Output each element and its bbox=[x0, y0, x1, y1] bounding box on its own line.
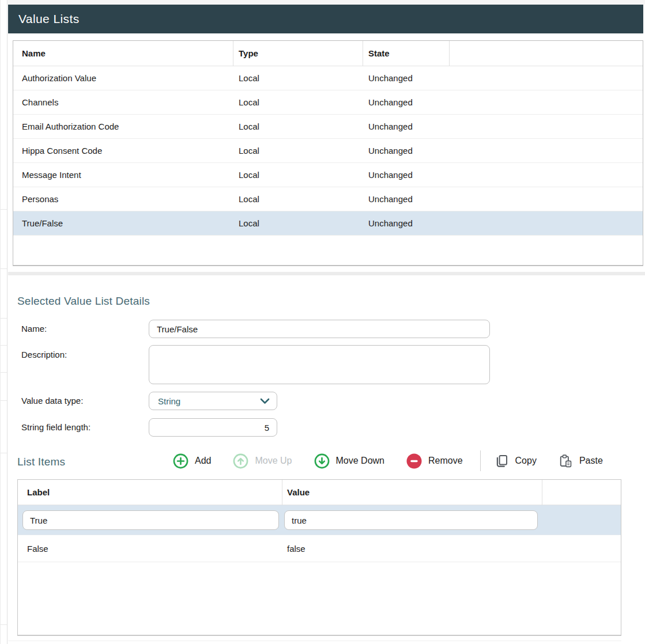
left-gutter-line bbox=[7, 0, 7, 644]
left-gutter-tick bbox=[0, 345, 7, 346]
value-list-row[interactable]: Message Intent Local Unchanged bbox=[13, 163, 643, 187]
list-items-toolbar: Add Move Up Move Down Remove Copy bbox=[173, 449, 625, 472]
toolbar-divider bbox=[480, 450, 481, 471]
cell-name: Authorization Value bbox=[13, 73, 239, 83]
move-up-icon bbox=[233, 453, 248, 469]
column-separator bbox=[363, 41, 363, 66]
cell-type: Local bbox=[239, 194, 368, 204]
name-field[interactable] bbox=[149, 320, 490, 338]
section-divider bbox=[8, 272, 645, 275]
column-header-type: Type bbox=[239, 48, 368, 58]
list-item-label-field[interactable] bbox=[22, 510, 279, 530]
list-item-row-selected[interactable] bbox=[18, 505, 621, 535]
add-icon bbox=[173, 453, 188, 469]
description-label: Description: bbox=[21, 350, 67, 359]
add-button[interactable]: Add bbox=[173, 453, 211, 469]
copy-button-label: Copy bbox=[515, 456, 537, 466]
value-lists-table-body: Authorization Value Local Unchanged Chan… bbox=[13, 66, 643, 236]
value-list-row[interactable]: Email Authorization Code Local Unchanged bbox=[13, 115, 643, 139]
cell-name: True/False bbox=[13, 218, 239, 228]
left-gutter-tick bbox=[0, 318, 7, 319]
list-items-table: Label Value False false bbox=[17, 479, 621, 636]
left-gutter-line bbox=[0, 0, 1, 644]
value-data-type-select[interactable]: String bbox=[149, 392, 277, 410]
panel-title-bar: Value Lists bbox=[8, 5, 643, 33]
column-separator bbox=[282, 480, 282, 505]
value-list-row[interactable]: Channels Local Unchanged bbox=[13, 90, 643, 115]
cell-value: false bbox=[282, 544, 542, 554]
cell-state: Unchanged bbox=[368, 146, 643, 156]
cell-state: Unchanged bbox=[368, 218, 643, 228]
name-label: Name: bbox=[21, 324, 47, 334]
cell-type: Local bbox=[239, 122, 368, 131]
cell-name: Email Authorization Code bbox=[13, 122, 239, 131]
list-items-table-header: Label Value bbox=[18, 480, 621, 505]
cell-name: Hippa Consent Code bbox=[13, 146, 239, 156]
list-items-table-body: False false bbox=[18, 505, 621, 562]
description-field[interactable] bbox=[149, 345, 490, 384]
value-list-row[interactable]: Authorization Value Local Unchanged bbox=[13, 66, 643, 90]
paste-button[interactable]: Paste bbox=[559, 454, 603, 468]
string-field-length-label: String field length: bbox=[21, 422, 90, 432]
string-field-length-field[interactable] bbox=[149, 418, 277, 437]
cell-type: Local bbox=[239, 146, 368, 156]
column-separator bbox=[449, 41, 450, 66]
remove-button-label: Remove bbox=[428, 456, 463, 466]
column-header-name: Name bbox=[13, 48, 239, 58]
paste-button-label: Paste bbox=[579, 456, 603, 466]
left-gutter-tick bbox=[0, 268, 7, 269]
column-header-state: State bbox=[368, 48, 643, 58]
remove-icon bbox=[406, 453, 422, 469]
cell-state: Unchanged bbox=[368, 170, 643, 180]
value-list-row[interactable]: Hippa Consent Code Local Unchanged bbox=[13, 139, 643, 163]
copy-button[interactable]: Copy bbox=[495, 454, 537, 468]
left-gutter-tick bbox=[0, 400, 7, 401]
remove-button[interactable]: Remove bbox=[406, 453, 463, 469]
top-strip bbox=[8, 0, 645, 5]
cell-state: Unchanged bbox=[368, 122, 643, 131]
bottom-edge-line bbox=[8, 641, 621, 641]
page-title: Value Lists bbox=[8, 12, 80, 26]
column-header-label: Label bbox=[18, 487, 282, 497]
left-gutter-tick bbox=[0, 372, 7, 373]
left-gutter-tick bbox=[0, 624, 7, 625]
cell-name: Message Intent bbox=[13, 170, 239, 180]
cell-state: Unchanged bbox=[368, 97, 643, 107]
value-lists-table-header: Name Type State bbox=[13, 41, 643, 66]
list-item-value-field[interactable] bbox=[284, 510, 538, 530]
cell-label: False bbox=[18, 544, 282, 554]
value-lists-table: Name Type State Authorization Value Loca… bbox=[13, 40, 643, 266]
paste-icon bbox=[559, 454, 573, 468]
cell-type: Local bbox=[239, 97, 368, 107]
value-list-row[interactable]: True/False Local Unchanged bbox=[13, 211, 643, 236]
list-items-heading: List Items bbox=[17, 456, 65, 468]
left-gutter-tick bbox=[0, 453, 7, 453]
chevron-down-icon bbox=[260, 398, 270, 404]
copy-icon bbox=[495, 454, 509, 468]
cell-type: Local bbox=[239, 218, 368, 228]
add-button-label: Add bbox=[195, 456, 211, 466]
move-up-button[interactable]: Move Up bbox=[233, 453, 292, 469]
column-header-value: Value bbox=[282, 487, 542, 497]
value-data-type-selected-value: String bbox=[149, 396, 260, 406]
cell-type: Local bbox=[239, 73, 368, 83]
move-down-icon bbox=[314, 453, 330, 469]
cell-state: Unchanged bbox=[368, 194, 643, 204]
cell-name: Channels bbox=[13, 97, 239, 107]
cell-name: Personas bbox=[13, 194, 239, 204]
move-up-button-label: Move Up bbox=[255, 456, 292, 466]
cell-type: Local bbox=[239, 170, 368, 180]
value-data-type-label: Value data type: bbox=[21, 396, 83, 406]
move-down-button-label: Move Down bbox=[336, 456, 384, 466]
list-item-row[interactable]: False false bbox=[18, 535, 621, 562]
left-gutter-tick bbox=[0, 209, 7, 210]
column-separator bbox=[542, 480, 542, 505]
value-lists-window: Value Lists Name Type State Authorizatio… bbox=[0, 0, 645, 644]
column-separator bbox=[233, 41, 233, 66]
cell-state: Unchanged bbox=[368, 73, 643, 83]
value-list-row[interactable]: Personas Local Unchanged bbox=[13, 187, 643, 211]
move-down-button[interactable]: Move Down bbox=[314, 453, 384, 469]
details-heading: Selected Value List Details bbox=[17, 295, 150, 308]
